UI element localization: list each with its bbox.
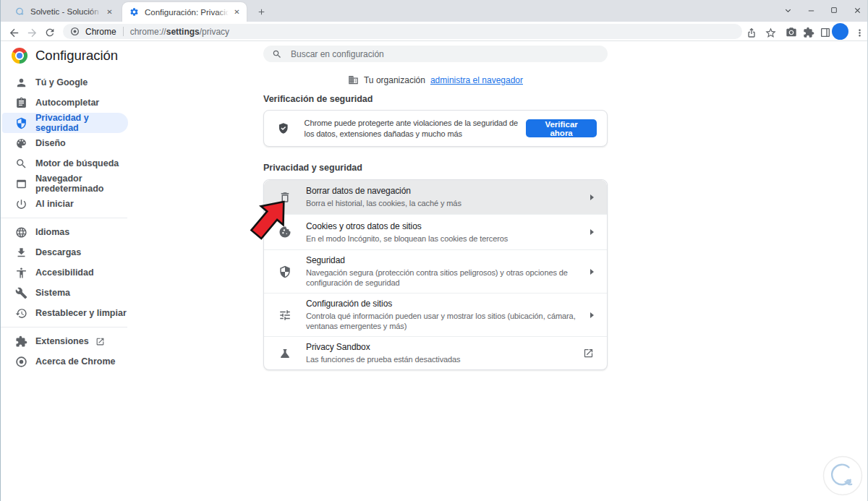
sidebar-item-al-iniciar[interactable]: Al iniciar bbox=[2, 194, 128, 214]
screenshot-camera-icon[interactable] bbox=[783, 24, 800, 41]
tune-sliders-icon bbox=[278, 309, 292, 322]
extensions-puzzle-icon[interactable] bbox=[800, 24, 817, 41]
share-icon[interactable] bbox=[743, 24, 760, 41]
clipboard-icon bbox=[15, 97, 27, 109]
managed-browser-notice: Tu organización administra el navegador bbox=[263, 74, 608, 85]
tab-close-icon[interactable]: ✕ bbox=[231, 7, 242, 17]
browser-window: Solvetic - Solución a los problem ✕ Conf… bbox=[0, 0, 868, 501]
accessibility-icon bbox=[15, 267, 27, 279]
globe-icon bbox=[15, 226, 27, 239]
reload-icon[interactable] bbox=[41, 24, 59, 41]
open-in-new-icon bbox=[95, 337, 105, 346]
sidebar-item-label: Acerca de Chrome bbox=[35, 356, 115, 367]
sidebar-item-navegador-predeterminado[interactable]: Navegador predeterminado bbox=[2, 174, 128, 194]
tab-search-chevron-icon[interactable] bbox=[775, 0, 800, 20]
row-subtitle: Las funciones de prueba están desactivad… bbox=[306, 354, 583, 364]
puzzle-icon bbox=[15, 335, 27, 348]
row-configuracion-sitios[interactable]: Configuración de sitios Controla qué inf… bbox=[264, 293, 607, 336]
privacy-card: Borrar datos de navegación Borra el hist… bbox=[263, 179, 608, 370]
sidebar-item-extensiones[interactable]: Extensiones bbox=[2, 331, 128, 351]
sidebar-divider bbox=[1, 327, 127, 327]
settings-gear-favicon-icon bbox=[129, 7, 139, 17]
menu-three-dots-icon[interactable] bbox=[851, 24, 868, 41]
maximize-button[interactable] bbox=[822, 0, 846, 20]
shield-icon bbox=[15, 117, 27, 129]
browser-window-icon bbox=[15, 178, 27, 190]
download-icon bbox=[15, 247, 27, 259]
sidebar-item-label: Extensiones bbox=[35, 336, 89, 346]
sidebar-item-label: Autocompletar bbox=[35, 98, 99, 108]
flask-icon bbox=[278, 347, 292, 360]
url-path: /privacy bbox=[200, 27, 229, 37]
row-title: Configuración de sitios bbox=[306, 299, 590, 309]
search-icon bbox=[15, 158, 27, 170]
sidebar-item-label: Diseño bbox=[35, 138, 66, 148]
chevron-right-icon bbox=[590, 312, 594, 318]
tab-settings[interactable]: Configuración: Privacidad y segu ✕ bbox=[122, 2, 247, 22]
sidebar-item-autocompletar[interactable]: Autocompletar bbox=[2, 93, 128, 113]
sidebar-item-motor-busqueda[interactable]: Motor de búsqueda bbox=[2, 153, 128, 174]
chevron-right-icon bbox=[590, 229, 594, 235]
page-title: Configuración bbox=[35, 48, 118, 64]
sidebar-item-idiomas[interactable]: Idiomas bbox=[2, 222, 128, 242]
back-icon[interactable] bbox=[5, 24, 22, 41]
tab-title: Solvetic - Solución a los problem bbox=[30, 7, 101, 16]
url-divider bbox=[123, 27, 124, 36]
sidebar-item-tu-y-google[interactable]: Tú y Google bbox=[2, 72, 128, 93]
row-cookies[interactable]: Cookies y otros datos de sitios En el mo… bbox=[264, 214, 607, 249]
minimize-button[interactable] bbox=[799, 0, 823, 20]
sidebar-item-privacidad[interactable]: Privacidad y seguridad bbox=[2, 113, 128, 133]
tab-close-icon[interactable]: ✕ bbox=[104, 7, 115, 17]
site-chrome-icon bbox=[70, 27, 80, 36]
new-tab-button[interactable] bbox=[253, 4, 269, 20]
sidebar-item-label: Accesibilidad bbox=[35, 267, 94, 278]
search-input[interactable] bbox=[289, 48, 599, 60]
sidebar-item-sistema[interactable]: Sistema bbox=[2, 283, 128, 303]
row-title: Privacy Sandbox bbox=[306, 342, 583, 352]
verify-now-button[interactable]: Verificar ahora bbox=[526, 119, 597, 137]
sidebar-item-diseno[interactable]: Diseño bbox=[2, 133, 128, 153]
sidebar-item-label: Restablecer y limpiar bbox=[35, 308, 127, 318]
chevron-right-icon bbox=[590, 194, 594, 200]
organization-building-icon bbox=[348, 74, 359, 85]
close-window-button[interactable] bbox=[845, 0, 868, 20]
settings-sidebar: Configuración Tú y Google Autocompletar … bbox=[1, 41, 129, 372]
sidebar-item-acerca-de-chrome[interactable]: Acerca de Chrome bbox=[2, 351, 128, 372]
sidebar-item-accesibilidad[interactable]: Accesibilidad bbox=[2, 262, 128, 283]
tab-title: Configuración: Privacidad y segu bbox=[145, 8, 229, 17]
search-icon bbox=[272, 49, 282, 59]
profile-avatar[interactable] bbox=[832, 23, 848, 40]
row-privacy-sandbox[interactable]: Privacy Sandbox Las funciones de prueba … bbox=[264, 336, 607, 369]
managed-notice-text: Tu organización bbox=[364, 75, 425, 85]
sidebar-item-label: Al iniciar bbox=[35, 199, 74, 209]
wrench-icon bbox=[15, 287, 27, 299]
settings-search[interactable] bbox=[263, 46, 608, 62]
chevron-right-icon bbox=[590, 269, 594, 275]
tab-strip: Solvetic - Solución a los problem ✕ Conf… bbox=[1, 0, 868, 22]
chrome-logo-icon bbox=[12, 48, 27, 64]
managed-notice-link[interactable]: administra el navegador bbox=[430, 75, 523, 85]
bookmark-star-icon[interactable] bbox=[762, 24, 779, 41]
solvetic-favicon-icon bbox=[15, 7, 25, 17]
open-in-new-icon bbox=[583, 348, 594, 359]
sidebar-item-label: Descargas bbox=[35, 247, 81, 257]
row-borrar-datos[interactable]: Borrar datos de navegación Borra el hist… bbox=[264, 180, 607, 214]
row-subtitle: Controla qué información pueden usar y m… bbox=[306, 311, 590, 331]
safety-check-header: Verificación de seguridad bbox=[263, 94, 608, 104]
sidebar-item-restablecer[interactable]: Restablecer y limpiar bbox=[2, 303, 128, 323]
settings-content: Tu organización administra el navegador … bbox=[263, 41, 608, 370]
row-subtitle: En el modo Incógnito, se bloquean las co… bbox=[306, 234, 590, 244]
address-bar[interactable]: Chrome chrome://settings/privacy bbox=[63, 24, 742, 39]
sidebar-item-descargas[interactable]: Descargas bbox=[2, 242, 128, 262]
forward-icon[interactable] bbox=[23, 24, 41, 41]
row-title: Cookies y otros datos de sitios bbox=[306, 221, 590, 231]
sidebar-item-label: Idiomas bbox=[35, 227, 69, 237]
power-icon bbox=[15, 198, 27, 210]
row-seguridad[interactable]: Seguridad Navegación segura (protección … bbox=[264, 249, 607, 293]
tab-solvetic[interactable]: Solvetic - Solución a los problem ✕ bbox=[8, 3, 119, 20]
palette-icon bbox=[15, 137, 27, 150]
sidebar-divider bbox=[1, 218, 127, 218]
sidebar-item-label: Motor de búsqueda bbox=[35, 158, 119, 168]
shield-check-icon bbox=[277, 121, 290, 135]
restore-history-icon bbox=[15, 307, 27, 320]
